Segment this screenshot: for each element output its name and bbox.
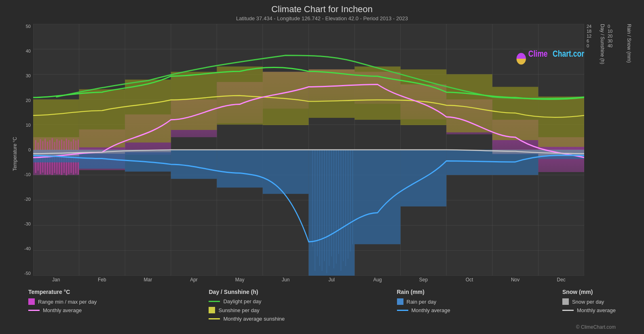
temp-range-swatch <box>28 298 35 305</box>
y-label-sunshine: Day / Sunshine (h) <box>600 24 605 64</box>
legend-snow-avg-label: Monthly average <box>577 307 616 313</box>
legend-rain-swatch: Rain per day <box>397 298 450 305</box>
x-label-apr: Apr <box>171 277 217 284</box>
x-label-jan: Jan <box>33 277 79 284</box>
legend-rain-avg: Monthly average <box>397 307 450 313</box>
y-label-rain: Rain / Snow (mm) <box>626 24 632 63</box>
legend: Temperature °C Range min / max per day M… <box>12 285 632 323</box>
watermark: © ClimeChart.com <box>12 324 632 330</box>
svg-rect-72 <box>217 150 263 187</box>
legend-temp-range-label: Range min / max per day <box>38 299 97 305</box>
legend-rain-swatch-label: Rain per day <box>407 299 437 305</box>
x-label-dec: Dec <box>538 277 584 284</box>
chart-canvas: Clime Chart.com Clime Chart.com <box>33 24 584 276</box>
svg-rect-73 <box>263 150 309 194</box>
svg-rect-77 <box>446 150 492 175</box>
legend-sunshine-avg-label: Monthly average sunshine <box>223 316 285 322</box>
rain-swatch <box>397 298 403 305</box>
x-axis: Jan Feb Mar Apr May Jun Jul Aug Sep Oct … <box>33 276 584 284</box>
legend-temp-avg: Monthly average <box>28 307 97 313</box>
svg-text:Clime: Clime <box>528 49 548 59</box>
x-label-aug: Aug <box>355 277 401 284</box>
legend-snow-swatch: Snow per day <box>562 298 616 305</box>
daylight-line <box>209 301 220 302</box>
sunshine-swatch <box>209 307 215 313</box>
legend-sunshine: Day / Sunshine (h) Daylight per day Suns… <box>209 289 285 322</box>
legend-daylight: Daylight per day <box>209 298 285 304</box>
temp-avg-line <box>28 310 40 311</box>
legend-sunshine-swatch: Sunshine per day <box>209 307 285 313</box>
x-label-nov: Nov <box>492 277 538 284</box>
snow-swatch <box>562 298 569 305</box>
x-label-sep: Sep <box>401 277 447 284</box>
legend-rain: Rain (mm) Rain per day Monthly average <box>397 289 450 322</box>
legend-snow-title: Snow (mm) <box>562 289 616 295</box>
y-axis-left: 50 40 30 20 10 0 -10 -20 -30 -40 -50 <box>19 24 33 284</box>
x-label-may: May <box>217 277 263 284</box>
y-axis-right-sunshine: 24 18 12 6 0 <box>584 24 599 56</box>
legend-temp-avg-label: Monthly average <box>43 307 82 313</box>
legend-snow-swatch-label: Snow per day <box>572 299 604 305</box>
x-label-mar: Mar <box>125 277 171 284</box>
x-label-oct: Oct <box>446 277 492 284</box>
svg-rect-48 <box>538 96 584 147</box>
chart-subtitle: Latitude 37.434 - Longitude 126.742 - El… <box>12 15 632 21</box>
rain-avg-line <box>397 310 408 311</box>
svg-rect-43 <box>309 69 355 118</box>
legend-temp-title: Temperature °C <box>28 289 97 295</box>
snow-avg-line <box>562 310 574 311</box>
legend-temp-range: Range min / max per day <box>28 298 97 305</box>
legend-temperature: Temperature °C Range min / max per day M… <box>28 289 97 322</box>
y-axis-right-rain: 0 10 20 30 40 <box>605 24 625 56</box>
legend-sunshine-avg: Monthly average sunshine <box>209 316 285 322</box>
svg-rect-46 <box>446 74 492 132</box>
legend-rain-title: Rain (mm) <box>397 289 450 295</box>
x-label-feb: Feb <box>79 277 125 284</box>
sunshine-avg-line <box>209 318 220 319</box>
svg-rect-40 <box>171 72 217 130</box>
y-label-temperature: Temperature °C <box>12 137 18 171</box>
svg-rect-45 <box>401 69 447 125</box>
legend-rain-avg-label: Monthly average <box>412 307 450 313</box>
legend-daylight-label: Daylight per day <box>223 298 261 304</box>
svg-rect-38 <box>79 89 125 147</box>
x-label-jun: Jun <box>263 277 309 284</box>
x-label-jul: Jul <box>308 277 355 284</box>
legend-snow: Snow (mm) Snow per day Monthly average <box>562 289 616 322</box>
chart-title: Climate Chart for Incheon <box>12 4 632 15</box>
chart-header: Climate Chart for Incheon Latitude 37.43… <box>12 4 632 21</box>
legend-sunshine-title: Day / Sunshine (h) <box>209 289 285 295</box>
svg-text:Chart.com: Chart.com <box>553 49 584 59</box>
legend-sunshine-swatch-label: Sunshine per day <box>218 307 259 313</box>
legend-snow-avg: Monthly average <box>562 307 616 313</box>
